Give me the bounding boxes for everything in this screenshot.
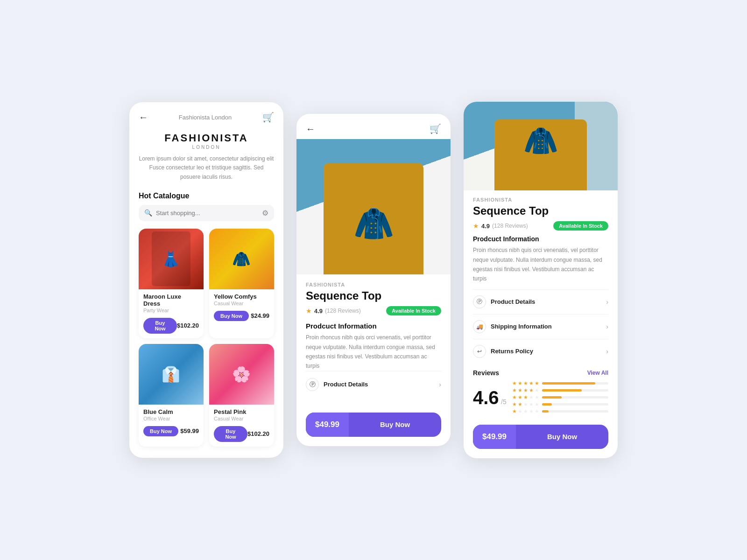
product-info: Pestal Pink Casual Wear: [209, 405, 274, 423]
product-details-section: FASHIONISTA Sequence Top ★ 4.9 (128 Revi…: [296, 274, 451, 405]
info-desc-s2: Proin rhoncus nibh quis orci venenatis, …: [306, 333, 441, 371]
back-button-s2[interactable]: ←: [306, 124, 315, 134]
product-details-label: Product Details: [324, 381, 368, 388]
product-actions: Buy Now $102.20: [139, 315, 204, 338]
reviews-section-s3: Reviews View All 4.6 /5 ★★★★★ ★★★★★: [464, 364, 618, 419]
screen-product: ← 🛒 🧥 FASHIONISTA Sequence Top ★ 4.9 (12…: [296, 114, 451, 446]
product-card: 🧥 Yellow Comfys Casual Wear Buy Now $24.…: [209, 229, 274, 338]
reviews-content: 4.6 /5 ★★★★★ ★★★★★ ★★★★★: [473, 380, 608, 415]
buy-button[interactable]: Buy Now: [214, 311, 249, 321]
buy-button[interactable]: Buy Now: [214, 426, 247, 442]
shipping-icon-s3: 🚚: [473, 320, 486, 333]
product-title-s3: Sequence Top: [464, 204, 618, 221]
product-category: Office Wear: [143, 416, 199, 421]
screen1-header: ← Fashionista London 🛒: [129, 102, 283, 127]
hero-image-s3: 🧥: [464, 102, 618, 190]
expand-rows-s3: Ⓟ Product Details › 🚚 Shipping Informati…: [464, 289, 618, 364]
product-image-maroon: 👗: [139, 229, 204, 289]
product-meta-s3: ★ 4.9 (128 Reviews) Available In Stock: [464, 221, 618, 235]
buy-now-button-s3[interactable]: Buy Now: [516, 425, 608, 448]
product-actions: Buy Now $24.99: [209, 308, 274, 326]
product-info: Blue Calm Office Wear: [139, 405, 204, 423]
product-card: 👗 Maroon Luxe Dress Party Wear Buy Now $…: [139, 229, 204, 338]
product-title-s2: Sequence Top: [306, 289, 441, 302]
search-bar: 🔍 ⚙: [139, 205, 274, 221]
product-price: $59.99: [180, 427, 199, 434]
big-rating-container: 4.6 /5: [473, 388, 507, 407]
screens-container: ← Fashionista London 🛒 FASHIONISTA LONDO…: [129, 102, 618, 458]
cart-button[interactable]: 🛒: [262, 112, 274, 123]
product-details-row-s3[interactable]: Ⓟ Product Details ›: [473, 289, 608, 314]
products-grid: 👗 Maroon Luxe Dress Party Wear Buy Now $…: [129, 229, 283, 447]
product-info: Maroon Luxe Dress Party Wear: [139, 289, 204, 315]
price-s3: $49.99: [473, 425, 516, 449]
brand-subtitle: LONDON: [139, 145, 274, 150]
product-name: Maroon Luxe Dress: [143, 293, 199, 307]
shipping-info-row-s3[interactable]: 🚚 Shipping Information ›: [473, 314, 608, 339]
stars-row-s3: ★ 4.9 (128 Reviews): [473, 222, 528, 230]
product-hero-image: 🧥: [296, 139, 451, 274]
stock-badge-s3: Available In Stock: [553, 221, 608, 231]
stock-badge-s2: Available In Stock: [386, 306, 441, 315]
product-image-blue: 👔: [139, 344, 204, 405]
brand-label-s3: FASHIONISTA: [464, 190, 618, 204]
brand-label-s2: FASHIONISTA: [306, 282, 441, 287]
product-category: Party Wear: [143, 308, 199, 313]
view-all-link[interactable]: View All: [587, 370, 608, 376]
product-name: Yellow Comfys: [214, 293, 269, 300]
rating-bars: ★★★★★ ★★★★★ ★★★★★ ★★★★★: [512, 380, 608, 415]
rating-score-s3: 4.9: [481, 223, 490, 230]
info-desc-s3: Proin rhoncus nibh quis orci venenatis, …: [464, 245, 618, 289]
product-image-yellow: 🧥: [209, 229, 274, 289]
info-heading-s3: Prodcuct Information: [464, 235, 618, 245]
product-category: Casual Wear: [214, 301, 269, 306]
brand-description: Lorem ipsum dolor sit amet, consectetur …: [139, 154, 274, 182]
rating-count-s2: (128 Reviews): [325, 308, 361, 314]
rating-bar-3: ★★★★★: [512, 394, 608, 400]
screen2-header: ← 🛒: [296, 114, 451, 139]
rating-bar-1: ★★★★★: [512, 408, 608, 414]
chevron-icon-shipping: ›: [606, 323, 608, 330]
product-name: Blue Calm: [143, 408, 199, 415]
rating-score-s2: 4.9: [314, 308, 323, 315]
chevron-icon: ›: [439, 381, 441, 388]
back-button[interactable]: ←: [139, 112, 148, 123]
product-details-icon: Ⓟ: [306, 378, 319, 391]
product-category: Casual Wear: [214, 416, 269, 421]
buy-button[interactable]: Buy Now: [143, 426, 178, 436]
search-input[interactable]: [156, 210, 258, 217]
shipping-label-s3: Shipping Information: [491, 323, 552, 330]
star-icon-s3: ★: [473, 222, 479, 230]
product-actions: Buy Now $102.20: [209, 423, 274, 447]
reviews-label: Reviews: [473, 369, 499, 377]
chevron-icon-s3: ›: [606, 298, 608, 306]
rating-bar-5: ★★★★★: [512, 380, 608, 386]
returns-label-s3: Returns Policy: [491, 348, 533, 355]
product-meta-row-s2: ★ 4.9 (128 Reviews) Available In Stock: [306, 306, 441, 315]
product-card: 👔 Blue Calm Office Wear Buy Now $59.99: [139, 344, 204, 447]
product-info: Yellow Comfys Casual Wear: [209, 289, 274, 308]
product-actions: Buy Now $59.99: [139, 423, 204, 441]
header-title: Fashionista London: [179, 114, 232, 121]
info-heading-s2: Prodcuct Information: [306, 322, 441, 330]
chevron-icon-returns: ›: [606, 348, 608, 355]
catalogue-title: Hot Catalogue: [129, 192, 283, 200]
filter-button[interactable]: ⚙: [262, 209, 268, 217]
product-name: Pestal Pink: [214, 408, 269, 415]
cart-button-s2[interactable]: 🛒: [430, 123, 441, 134]
product-card: 🌸 Pestal Pink Casual Wear Buy Now $102.2…: [209, 344, 274, 447]
product-details-label-s3: Product Details: [491, 298, 535, 305]
returns-policy-row-s3[interactable]: ↩ Returns Policy ›: [473, 339, 608, 364]
star-icon: ★: [306, 307, 312, 315]
buy-now-button-s2[interactable]: Buy Now: [349, 413, 441, 436]
rating-bar-2: ★★★★★: [512, 401, 608, 407]
product-price: $102.20: [247, 430, 269, 437]
returns-icon-s3: ↩: [473, 345, 486, 358]
price-s2: $49.99: [306, 413, 349, 437]
product-price: $102.20: [177, 322, 199, 329]
buy-button[interactable]: Buy Now: [143, 318, 177, 334]
screen-product-expanded: 🧥 FASHIONISTA Sequence Top ★ 4.9 (128 Re…: [464, 102, 618, 458]
product-details-row[interactable]: Ⓟ Product Details ›: [306, 371, 441, 398]
out-of: /5: [501, 398, 507, 406]
big-rating: 4.6: [473, 387, 499, 408]
